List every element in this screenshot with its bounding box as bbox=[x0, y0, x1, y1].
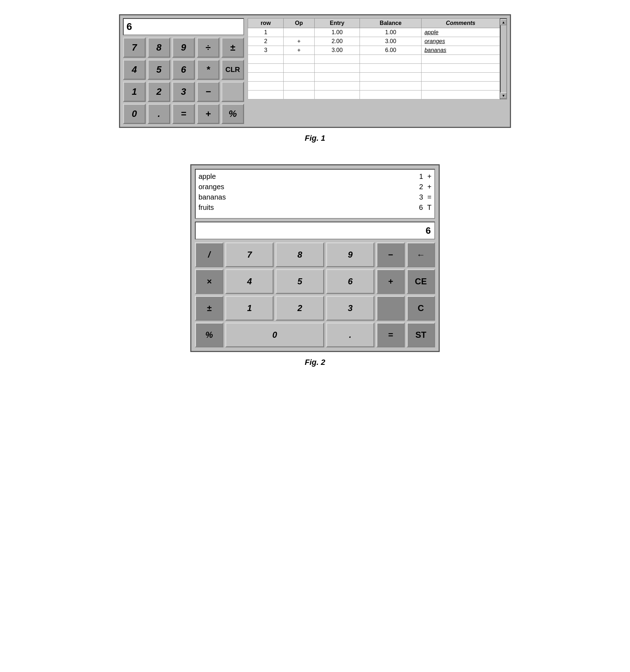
fig1-key-div[interactable]: ÷ bbox=[197, 37, 220, 58]
fig1-key-0[interactable]: 0 bbox=[123, 104, 146, 124]
fig1-key-dot[interactable]: . bbox=[148, 104, 170, 124]
list-right-row-1: 1 + bbox=[419, 172, 432, 181]
fig1-col-balance: Balance bbox=[360, 19, 422, 28]
table-row bbox=[248, 82, 500, 91]
fig2-keypad: / 7 8 9 − ← × 4 5 6 + CE ± 1 2 3 C % 0 .… bbox=[195, 242, 435, 347]
fig1-ui: 6 7 8 9 ÷ ± 4 5 6 * CLR 1 2 3 − bbox=[119, 14, 511, 128]
scroll-up-button[interactable]: ▲ bbox=[500, 19, 507, 25]
fig2-key-mul[interactable]: × bbox=[195, 269, 223, 294]
fig2-key-pct[interactable]: % bbox=[195, 322, 223, 347]
list-right-row-2: 2 + bbox=[419, 183, 432, 191]
fig2-key-1[interactable]: 1 bbox=[225, 296, 274, 321]
list-item-oranges[interactable]: oranges bbox=[198, 183, 226, 191]
fig2-display: 6 bbox=[195, 222, 435, 239]
fig2-key-slash[interactable]: / bbox=[195, 242, 223, 267]
fig2-display-value: 6 bbox=[426, 225, 431, 236]
fig1-col-entry: Entry bbox=[314, 19, 360, 28]
table-row: 2 + 2.00 3.00 oranges bbox=[248, 37, 500, 46]
fig1-key-2[interactable]: 2 bbox=[148, 82, 170, 102]
fig2-key-8[interactable]: 8 bbox=[275, 242, 324, 267]
fig1-container: 6 7 8 9 ÷ ± 4 5 6 * CLR 1 2 3 − bbox=[119, 14, 511, 143]
fig1-key-7[interactable]: 7 bbox=[123, 37, 146, 58]
fig2-key-6[interactable]: 6 bbox=[326, 269, 375, 294]
fig1-col-op: Op bbox=[284, 19, 314, 28]
fig2-key-pm[interactable]: ± bbox=[195, 296, 223, 321]
fig2-list-right: 1 + 2 + 3 = 6 T bbox=[419, 172, 432, 215]
fig2-key-9[interactable]: 9 bbox=[326, 242, 375, 267]
fig1-key-clr[interactable]: CLR bbox=[221, 60, 244, 80]
list-item-bananas[interactable]: bananas bbox=[198, 193, 226, 201]
fig1-key-add[interactable]: + bbox=[197, 104, 220, 124]
fig1-key-4[interactable]: 4 bbox=[123, 60, 146, 80]
fig2-key-5[interactable]: 5 bbox=[275, 269, 324, 294]
fig2-list-items: apple oranges bananas fruits bbox=[198, 172, 226, 215]
fig1-key-blank bbox=[221, 82, 244, 102]
fig1-key-sub[interactable]: − bbox=[197, 82, 220, 102]
list-right-row-4: 6 T bbox=[419, 203, 432, 212]
fig1-key-eq[interactable]: = bbox=[172, 104, 195, 124]
fig2-key-plus[interactable]: + bbox=[376, 269, 405, 294]
fig2-key-0[interactable]: 0 bbox=[225, 322, 324, 347]
scroll-down-button[interactable]: ▼ bbox=[500, 92, 507, 99]
fig2-key-backspace[interactable]: ← bbox=[407, 242, 435, 267]
fig1-key-8[interactable]: 8 bbox=[148, 37, 170, 58]
fig1-key-pm[interactable]: ± bbox=[221, 37, 244, 58]
fig1-left: 6 7 8 9 ÷ ± 4 5 6 * CLR 1 2 3 − bbox=[123, 18, 244, 124]
fig2-key-minus[interactable]: − bbox=[376, 242, 405, 267]
fig1-key-3[interactable]: 3 bbox=[172, 82, 195, 102]
fig2-container: apple oranges bananas fruits 1 + 2 + 3 = bbox=[190, 164, 440, 367]
fig2-key-st[interactable]: ST bbox=[407, 322, 435, 347]
fig1-keypad: 7 8 9 ÷ ± 4 5 6 * CLR 1 2 3 − 0 . = bbox=[123, 37, 244, 124]
fig2-key-c[interactable]: C bbox=[407, 296, 435, 321]
table-row bbox=[248, 64, 500, 73]
table-row: 3 + 3.00 6.00 bananas bbox=[248, 46, 500, 55]
fig1-scrollbar[interactable]: ▲ ▼ bbox=[500, 18, 507, 99]
fig1-caption: Fig. 1 bbox=[305, 134, 325, 143]
fig2-key-dot[interactable]: . bbox=[326, 322, 375, 347]
table-row bbox=[248, 73, 500, 82]
fig2-key-2[interactable]: 2 bbox=[275, 296, 324, 321]
fig2-key-ce[interactable]: CE bbox=[407, 269, 435, 294]
fig1-col-comments: Comments bbox=[422, 19, 500, 28]
fig2-key-3[interactable]: 3 bbox=[326, 296, 375, 321]
fig2-caption: Fig. 2 bbox=[305, 358, 325, 367]
fig2-key-blank bbox=[376, 296, 405, 321]
list-item-fruits[interactable]: fruits bbox=[198, 203, 226, 212]
list-right-row-3: 3 = bbox=[419, 193, 432, 201]
fig1-display: 6 bbox=[123, 18, 244, 35]
fig1-right: row Op Entry Balance Comments 1 1.00 1. bbox=[248, 18, 507, 124]
fig1-col-row: row bbox=[248, 19, 284, 28]
table-row bbox=[248, 55, 500, 64]
fig1-key-9[interactable]: 9 bbox=[172, 37, 195, 58]
fig1-table: row Op Entry Balance Comments 1 1.00 1. bbox=[248, 18, 500, 99]
fig2-key-eq[interactable]: = bbox=[376, 322, 405, 347]
fig2-key-4[interactable]: 4 bbox=[225, 269, 274, 294]
fig1-key-pct[interactable]: % bbox=[221, 104, 244, 124]
fig1-key-mul[interactable]: * bbox=[197, 60, 220, 80]
fig1-key-5[interactable]: 5 bbox=[148, 60, 170, 80]
list-item-apple[interactable]: apple bbox=[198, 172, 226, 181]
fig1-display-value: 6 bbox=[126, 21, 132, 32]
fig1-key-6[interactable]: 6 bbox=[172, 60, 195, 80]
fig2-key-7[interactable]: 7 bbox=[225, 242, 274, 267]
table-row bbox=[248, 91, 500, 99]
fig2-ui: apple oranges bananas fruits 1 + 2 + 3 = bbox=[190, 164, 440, 352]
fig2-list-panel: apple oranges bananas fruits 1 + 2 + 3 = bbox=[195, 169, 435, 219]
table-row: 1 1.00 1.00 apple bbox=[248, 28, 500, 37]
fig1-key-1[interactable]: 1 bbox=[123, 82, 146, 102]
fig1-table-wrapper: row Op Entry Balance Comments 1 1.00 1. bbox=[248, 18, 507, 99]
